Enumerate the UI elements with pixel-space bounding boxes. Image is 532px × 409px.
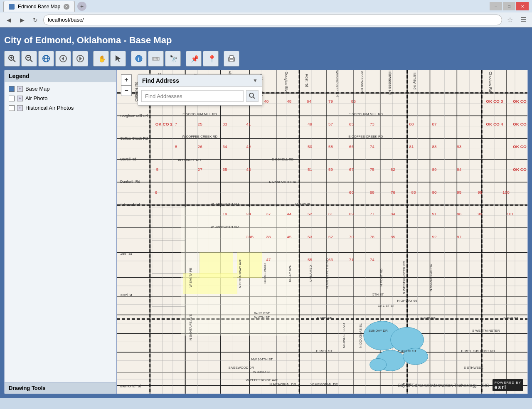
svg-text:Danforth Rd: Danforth Rd [120,180,140,184]
drawing-tools-bar[interactable]: Drawing Tools [5,382,116,394]
svg-text:70: 70 [349,234,354,239]
svg-text:W COVELL RD: W COVELL RD [178,158,201,162]
zoom-in-button[interactable]: + [121,74,132,85]
svg-text:71: 71 [349,257,354,262]
svg-text:86: 86 [351,99,356,103]
svg-text:E 2ND ST: E 2ND ST [503,316,518,320]
svg-text:OK CO 4: OK CO 4 [486,122,503,126]
svg-text:E SORGHUM MILL RD: E SORGHUM MILL RD [182,112,217,116]
identify-tool[interactable]: i [131,51,147,67]
svg-marker-13 [79,57,82,61]
find-tool[interactable]: 🔭 [165,51,181,67]
select-tool[interactable] [110,51,126,67]
svg-text:5: 5 [156,167,159,172]
close-button[interactable]: ✕ [516,2,529,10]
svg-text:81: 81 [409,144,414,149]
svg-text:80: 80 [409,122,414,126]
svg-text:15-1 ST ST: 15-1 ST ST [378,304,395,308]
print-tool[interactable] [224,51,239,67]
air-photo-label: Air Photo [25,95,47,101]
historical-expand[interactable]: + [17,105,23,111]
find-address-input[interactable] [141,90,244,102]
tab-close-button[interactable]: ✕ [64,4,69,10]
zoom-in-tool[interactable] [4,51,20,67]
svg-text:52: 52 [308,212,313,216]
svg-text:65: 65 [349,122,354,126]
svg-text:W PEPPERDINE AVE: W PEPPERDINE AVE [246,378,278,382]
svg-text:UNNAMED: UNNAMED [309,265,313,282]
svg-line-260 [253,97,255,99]
svg-text:N WESTMINSTER RD: N WESTMINSTER RD [402,261,406,294]
svg-text:28B: 28B [246,234,254,239]
zoom-out-tool[interactable] [21,51,37,67]
svg-text:E 333RD ST: E 333RD ST [398,349,416,353]
zoom-controls: + − [121,74,132,96]
svg-text:Edmond Rd: Edmond Rd [120,203,140,207]
pan-tool[interactable]: ✋ [93,51,109,67]
svg-text:55: 55 [308,257,313,262]
svg-text:42: 42 [246,144,251,149]
base-map-checkbox[interactable] [9,86,15,92]
svg-text:68: 68 [370,190,375,195]
maximize-button[interactable]: □ [503,2,515,10]
svg-text:75: 75 [370,167,375,172]
svg-text:S WESTMINSTER: S WESTMINSTER [472,329,500,333]
svg-text:SAGEWOOD DR: SAGEWOOD DR [229,366,254,370]
find-address-body [138,87,262,105]
svg-text:7: 7 [175,122,177,126]
svg-text:N AIR DEPOT BLVD: N AIR DEPOT BLVD [325,258,329,288]
svg-text:26: 26 [198,144,203,149]
svg-text:✋: ✋ [98,55,105,63]
gps-tool[interactable]: 📍 [203,51,219,67]
svg-text:37: 37 [266,212,271,216]
map-area[interactable]: Coltrane Rd Coltrane Rd Sooner Rd Air De… [116,70,528,394]
svg-text:98: 98 [478,190,483,195]
svg-text:34: 34 [222,144,227,149]
toolbar: ✋ i 🔭 📌 📍 [4,49,528,70]
new-tab-button[interactable]: + [77,2,86,11]
air-photo-checkbox[interactable] [9,96,15,101]
svg-text:74: 74 [370,144,375,149]
globe-tool[interactable] [38,51,54,67]
svg-text:Douglas Blvd: Douglas Blvd [284,71,288,94]
svg-text:53: 53 [308,234,313,239]
svg-text:E SORGHUM MILL RD: E SORGHUM MILL RD [349,112,383,116]
find-address-dropdown[interactable]: ▼ [253,78,258,84]
base-map-expand[interactable]: + [17,86,23,92]
refresh-button[interactable]: ↻ [30,15,41,25]
air-photo-expand[interactable]: + [17,96,23,101]
svg-text:N MEMORIAL DR: N MEMORIAL DR [269,382,296,386]
forward-button[interactable]: ▶ [17,15,27,25]
back-button[interactable]: ◀ [3,15,14,25]
zoom-out-button[interactable]: − [121,85,132,96]
minimize-button[interactable]: – [490,2,502,10]
legend-header: Legend [5,70,116,82]
legend-items: + Base Map + Air Photo + Historical Air … [5,82,116,382]
back-extent-tool[interactable] [55,51,71,67]
esri-logo: POWERED BY esri [493,379,523,391]
svg-text:Post Rd: Post Rd [305,74,309,87]
svg-text:W DANFORTH RD: W DANFORTH RD [211,225,239,229]
svg-text:OK CO 6: OK CO 6 [513,122,527,126]
svg-text:Choctaw Rd: Choctaw Rd [488,71,493,92]
historical-checkbox[interactable] [9,105,15,111]
svg-text:N ANDERSON RD: N ANDERSON RD [429,264,433,291]
svg-text:N SANTA FE AVE: N SANTA FE AVE [189,314,192,340]
svg-text:W 33RD ST: W 33RD ST [253,370,271,374]
measure-tool[interactable] [148,51,164,67]
browser-menu-button[interactable]: ☰ [518,15,529,25]
forward-extent-tool[interactable] [72,51,88,67]
browser-nav-bar: ◀ ▶ ↻ localhost/base/ ☆ ☰ [0,12,532,27]
svg-text:58: 58 [328,144,333,149]
svg-text:97: 97 [457,234,462,239]
svg-text:E 15TH ST: E 15TH ST [316,349,332,353]
svg-text:8: 8 [175,144,177,149]
browser-tab[interactable]: Edmond Base Map ✕ [3,1,75,12]
svg-text:KELLY AVE: KELLY AVE [288,265,292,282]
address-bar[interactable]: localhost/base/ [43,15,502,25]
bookmark-tool[interactable]: 📌 [186,51,202,67]
bookmark-button[interactable]: ☆ [505,15,515,25]
find-address-search-button[interactable] [246,90,259,102]
svg-text:43: 43 [246,167,251,172]
svg-text:69: 69 [349,212,354,216]
